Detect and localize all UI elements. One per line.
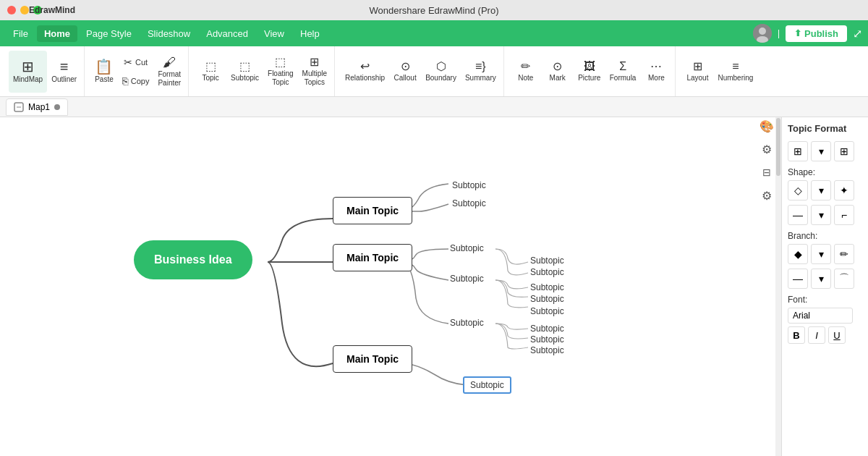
canvas[interactable]: Business Idea Main Topic Main Topic Main…	[0, 117, 781, 456]
font-label: Font:	[788, 295, 862, 305]
svg-point-1	[759, 28, 766, 35]
mindmap-icon: ⊞	[22, 59, 34, 74]
subtopic-2-1-2[interactable]: Subtopic	[530, 267, 564, 277]
layout-button[interactable]: ⊞ Layout	[681, 51, 713, 93]
bold-button[interactable]: B	[788, 326, 805, 344]
main-topic-1[interactable]: Main Topic	[333, 197, 412, 224]
topic-label: Topic	[202, 74, 218, 83]
subtopic-2-2-3[interactable]: Subtopic	[530, 306, 564, 316]
subtopic-2-3-1[interactable]: Subtopic	[530, 324, 564, 334]
copy-button[interactable]: ⎘ Copy	[118, 72, 154, 90]
right-panel: Topic Format ⊞ ▾ ⊞ Shape: ◇ ▾ ✦ — ▾ ⌐ Br…	[781, 117, 868, 456]
mark-button[interactable]: ⊙ Mark	[542, 51, 574, 93]
summary-button[interactable]: ≡} Summary	[461, 51, 501, 93]
shape-alt-icon[interactable]: ✦	[834, 180, 854, 200]
shape-dropdown[interactable]: ▾	[811, 180, 831, 200]
formula-button[interactable]: Σ Formula	[605, 51, 641, 93]
menu-help[interactable]: Help	[293, 25, 327, 42]
side-gear-icon[interactable]: ⚙	[758, 140, 775, 158]
subtopic-button[interactable]: ⬚ Subtopic	[226, 51, 263, 93]
subtopic-icon: ⬚	[239, 61, 250, 72]
menubar: File Home Page Style Slideshow Advanced …	[0, 20, 868, 46]
boundary-label: Boundary	[425, 74, 456, 83]
toolbar-group-elements: ↩ Relationship ⊙ Callout ⬡ Boundary ≡} S…	[338, 46, 504, 96]
branch-line-icon[interactable]: —	[788, 269, 808, 289]
menu-view[interactable]: View	[257, 25, 292, 42]
subtopic-2-3-3[interactable]: Subtopic	[530, 345, 564, 355]
menu-slideshow[interactable]: Slideshow	[140, 25, 197, 42]
more-icon: ⋯	[650, 61, 662, 72]
subtopic-1-2[interactable]: Subtopic	[452, 198, 486, 208]
menu-advanced[interactable]: Advanced	[199, 25, 255, 42]
more-button[interactable]: ⋯ More	[640, 51, 672, 93]
panel-layout-icon[interactable]: ⊞	[788, 141, 808, 161]
side-table-icon[interactable]: ⊟	[758, 164, 775, 181]
numbering-button[interactable]: ≡ Numbering	[713, 51, 757, 93]
note-button[interactable]: ✏ Note	[510, 51, 542, 93]
subtopic-2-1[interactable]: Subtopic	[450, 243, 484, 253]
minimize-button[interactable]	[20, 6, 29, 14]
font-family-input[interactable]	[788, 308, 853, 324]
panel-layout-dropdown[interactable]: ▾	[811, 141, 831, 161]
picture-button[interactable]: 🖼 Picture	[574, 51, 605, 93]
shape-line-icon[interactable]: —	[788, 205, 808, 225]
cut-copy-group: ✂ Cut ⎘ Copy	[118, 54, 154, 90]
shape-corner-icon[interactable]: ⌐	[834, 205, 854, 225]
topic-icon: ⬚	[205, 61, 216, 72]
shape-diamond-icon[interactable]: ◇	[788, 180, 808, 200]
layout-label: Layout	[686, 74, 708, 83]
floating-topic-button[interactable]: ⬚ FloatingTopic	[263, 51, 298, 93]
topic-button[interactable]: ⬚ Topic	[195, 51, 226, 93]
relationship-button[interactable]: ↩ Relationship	[341, 51, 389, 93]
scrollbar[interactable]	[775, 117, 781, 456]
outliner-button[interactable]: ≡ Outliner	[47, 51, 81, 93]
share-icon[interactable]: ⤢	[853, 27, 862, 41]
menu-home[interactable]: Home	[37, 25, 77, 42]
subtopic-2-2-1[interactable]: Subtopic	[530, 282, 564, 292]
branch-dropdown[interactable]: ▾	[811, 244, 831, 264]
close-button[interactable]	[7, 6, 16, 14]
mindmap-label: MindMap	[13, 75, 43, 84]
outliner-label: Outliner	[51, 75, 77, 84]
main-topic-3[interactable]: Main Topic	[333, 345, 412, 373]
italic-button[interactable]: I	[808, 326, 825, 344]
tabbar: Map1	[0, 97, 868, 117]
side-paint-icon[interactable]: 🎨	[758, 117, 775, 135]
boundary-button[interactable]: ⬡ Boundary	[421, 51, 461, 93]
menu-file[interactable]: File	[6, 25, 35, 42]
underline-button[interactable]: U	[828, 326, 846, 344]
subtopic-2-2[interactable]: Subtopic	[450, 274, 484, 284]
note-icon: ✏	[521, 61, 530, 72]
main-topic-2[interactable]: Main Topic	[333, 244, 412, 271]
cut-button[interactable]: ✂ Cut	[118, 54, 154, 71]
mindmap-button[interactable]: ⊞ MindMap	[9, 51, 47, 93]
summary-label: Summary	[465, 74, 496, 83]
paste-icon: 📋	[95, 59, 113, 74]
subtopic-2-1-1[interactable]: Subtopic	[530, 256, 564, 266]
callout-button[interactable]: ⊙ Callout	[389, 51, 421, 93]
format-painter-button[interactable]: 🖌 FormatPainter	[153, 51, 185, 93]
panel-top-icons: ⊞ ▾ ⊞	[788, 141, 862, 161]
shape-line-dropdown[interactable]: ▾	[811, 205, 831, 225]
menu-page-style[interactable]: Page Style	[79, 25, 139, 42]
scrollbar-thumb[interactable]	[776, 118, 780, 176]
branch-curve-icon[interactable]: ⌒	[834, 269, 854, 289]
multiple-topics-button[interactable]: ⊞ MultipleTopics	[298, 51, 331, 93]
central-node[interactable]: Business Idea	[134, 240, 252, 279]
branch-line-dropdown[interactable]: ▾	[811, 269, 831, 289]
subtopic-2-2-2[interactable]: Subtopic	[530, 294, 564, 304]
subtopic-2-3-2[interactable]: Subtopic	[530, 334, 564, 345]
tab-map1[interactable]: Map1	[6, 98, 68, 116]
panel-extra-icon[interactable]: ⊞	[834, 141, 854, 161]
subtopic-3-1[interactable]: Subtopic	[463, 376, 511, 394]
paste-button[interactable]: 📋 Paste	[90, 51, 118, 93]
branch-edit-icon[interactable]: ✏	[834, 244, 854, 264]
callout-label: Callout	[394, 74, 417, 83]
note-label: Note	[518, 74, 533, 83]
side-settings-icon[interactable]: ⚙	[758, 187, 775, 204]
subtopic-2-3[interactable]: Subtopic	[450, 318, 484, 328]
subtopic-1-1[interactable]: Subtopic	[452, 180, 486, 190]
publish-button[interactable]: ⬆ Publish	[786, 25, 847, 42]
user-avatar[interactable]	[753, 24, 772, 43]
branch-color-icon[interactable]: ◆	[788, 244, 808, 264]
